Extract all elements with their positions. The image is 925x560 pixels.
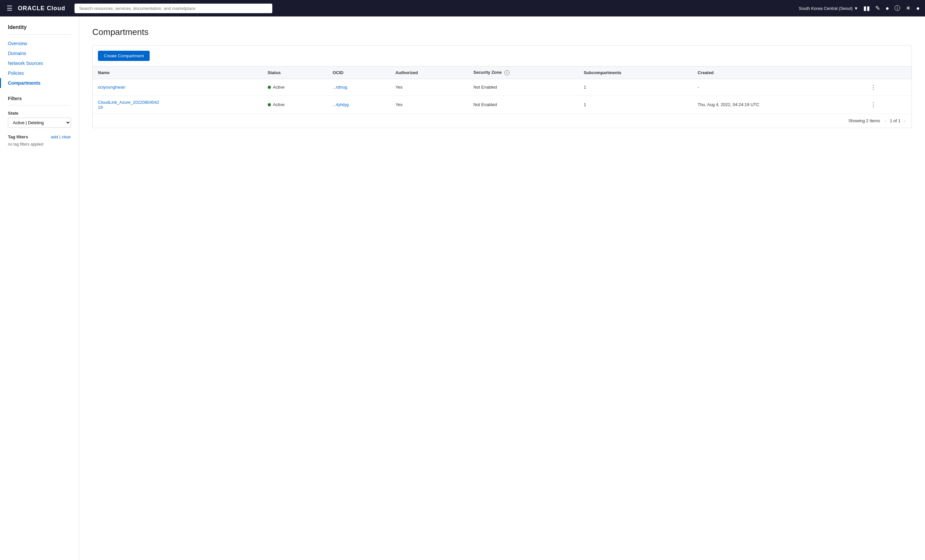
create-compartment-button[interactable]: Create Compartment — [98, 51, 150, 61]
user-icon[interactable]: ● — [916, 5, 920, 12]
cell-security-zone: Not Enabled — [468, 79, 579, 96]
cell-authorized: Yes — [390, 79, 468, 96]
table-toolbar: Create Compartment — [93, 45, 911, 66]
ocid-link-2[interactable]: ...4yhdyg — [333, 102, 349, 107]
tag-filters-actions: add | clear — [51, 134, 71, 139]
compartment-name-link-2[interactable]: CloudLink_Azure_2022080404219 — [98, 100, 159, 110]
col-header-status: Status — [262, 66, 327, 79]
main-content: Compartments Create Compartment Name Sta… — [79, 17, 925, 560]
pagination: ‹ 1 of 1 › — [884, 117, 906, 125]
cell-subcompartments: 1 — [579, 79, 693, 96]
status-text: Active — [273, 85, 285, 90]
ocid-link-1[interactable]: ...rdtnug — [333, 85, 347, 90]
sidebar-nav: Overview Domains Network Sources Policie… — [0, 39, 79, 88]
cell-name: CloudLink_Azure_2022080404219 — [93, 96, 262, 114]
hamburger-menu-icon[interactable]: ☰ — [5, 3, 14, 14]
pagination-next-button[interactable]: › — [903, 117, 906, 125]
cell-ocid: ...4yhdyg — [327, 96, 390, 114]
compartments-table-container: Create Compartment Name Status OCID Auth… — [92, 45, 912, 128]
sidebar-title: Identity — [0, 24, 79, 34]
sidebar-filters: Filters State Active | Deleting Active D… — [0, 88, 79, 147]
compartment-name-link-1[interactable]: ociyounghwan — [98, 85, 125, 90]
sidebar-item-compartments[interactable]: Compartments — [0, 78, 79, 88]
sidebar-item-domains[interactable]: Domains — [0, 48, 79, 58]
topnav: ☰ ORACLE Cloud South Korea Central (Seou… — [0, 0, 925, 17]
chevron-down-icon: ▼ — [854, 6, 858, 11]
cell-security-zone: Not Enabled — [468, 96, 579, 114]
cell-created: Thu, Aug 4, 2022, 04:24:19 UTC — [692, 96, 863, 114]
status-dot-green — [268, 86, 271, 89]
status-active-badge-2: Active — [268, 102, 322, 107]
search-container — [74, 4, 272, 13]
col-header-security-zone: Security Zone i — [468, 66, 579, 79]
oracle-logo: ORACLE Cloud — [18, 5, 65, 12]
cell-created: - — [692, 79, 863, 96]
tag-separator: | — [59, 134, 62, 139]
pagination-text: 1 of 1 — [890, 118, 901, 123]
state-label: State — [8, 111, 71, 116]
cell-status: Active — [262, 79, 327, 96]
col-header-actions — [863, 66, 911, 79]
sidebar-item-network-sources[interactable]: Network Sources — [0, 58, 79, 68]
security-zone-info-icon[interactable]: i — [505, 70, 510, 75]
state-select[interactable]: Active | Deleting Active Deleting — [8, 118, 71, 128]
globe-icon[interactable]: ☀ — [905, 5, 911, 12]
search-input[interactable] — [74, 4, 272, 13]
bell-icon[interactable]: ● — [886, 5, 889, 12]
topnav-right: South Korea Central (Seoul) ▼ ▮▮ ✎ ● ⓘ ☀… — [799, 4, 920, 12]
sidebar: Identity Overview Domains Network Source… — [0, 17, 79, 560]
no-tag-filters-text: no tag filters applied — [8, 142, 71, 147]
help-icon[interactable]: ⓘ — [894, 4, 900, 12]
layout: Identity Overview Domains Network Source… — [0, 17, 925, 560]
table-footer: Showing 2 Items ‹ 1 of 1 › — [93, 114, 911, 128]
tag-filters-header: Tag filters add | clear — [8, 134, 71, 139]
tag-clear-link[interactable]: clear — [62, 134, 71, 139]
row-actions-button-1[interactable]: ⋮ — [868, 83, 878, 92]
status-text-2: Active — [273, 102, 285, 107]
sidebar-item-policies[interactable]: Policies — [0, 68, 79, 78]
table-body: ociyounghwan Active ...rdtnug Yes — [93, 79, 911, 114]
sidebar-item-overview[interactable]: Overview — [0, 39, 79, 48]
cell-ocid: ...rdtnug — [327, 79, 390, 96]
col-header-created: Created — [692, 66, 863, 79]
pagination-prev-button[interactable]: ‹ — [884, 117, 887, 125]
terminal-icon[interactable]: ▮▮ — [863, 5, 870, 12]
tag-filters-label: Tag filters — [8, 134, 28, 139]
cell-name: ociyounghwan — [93, 79, 262, 96]
cell-actions: ⋮ — [863, 96, 911, 114]
edit-icon[interactable]: ✎ — [875, 5, 880, 12]
col-header-ocid: OCID — [327, 66, 390, 79]
cell-status: Active — [262, 96, 327, 114]
col-header-subcompartments: Subcompartments — [579, 66, 693, 79]
status-active-badge: Active — [268, 85, 322, 90]
table-row: ociyounghwan Active ...rdtnug Yes — [93, 79, 911, 96]
cell-actions: ⋮ — [863, 79, 911, 96]
table-header: Name Status OCID Authorized Security Zon… — [93, 66, 911, 79]
compartments-table: Name Status OCID Authorized Security Zon… — [93, 66, 911, 114]
cell-authorized: Yes — [390, 96, 468, 114]
region-selector[interactable]: South Korea Central (Seoul) ▼ — [799, 6, 858, 11]
row-actions-button-2[interactable]: ⋮ — [868, 101, 878, 109]
col-header-name: Name — [93, 66, 262, 79]
cell-subcompartments: 1 — [579, 96, 693, 114]
filters-title: Filters — [8, 96, 71, 101]
table-row: CloudLink_Azure_2022080404219 Active ...… — [93, 96, 911, 114]
page-title: Compartments — [92, 27, 912, 37]
tag-add-link[interactable]: add — [51, 134, 58, 139]
status-dot-green-2 — [268, 103, 271, 107]
col-header-authorized: Authorized — [390, 66, 468, 79]
showing-items-text: Showing 2 Items — [848, 118, 880, 123]
